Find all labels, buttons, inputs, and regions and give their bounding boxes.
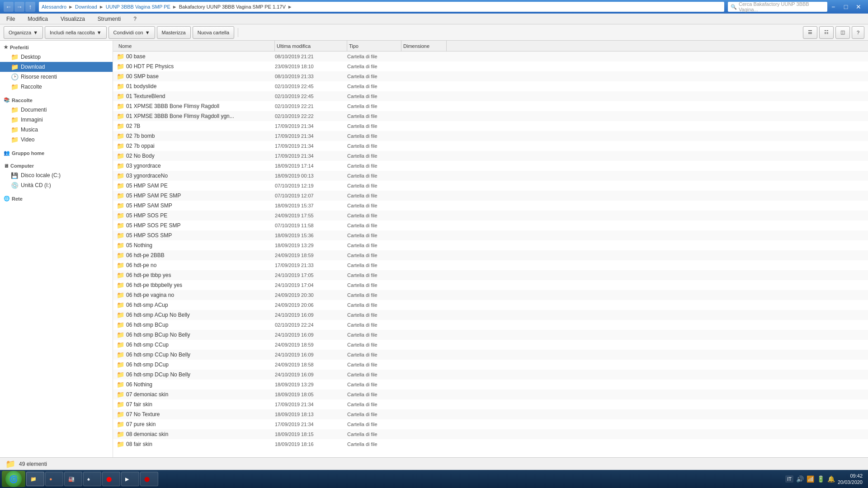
table-row[interactable]: 📁 06 hdt-smp ACup 24/09/2019 20:06 Carte… xyxy=(113,300,868,310)
path-segment-2[interactable]: Download xyxy=(75,4,97,9)
table-row[interactable]: 📁 06 hdt-pe no 17/09/2019 21:33 Cartella… xyxy=(113,260,868,270)
table-row[interactable]: 📁 03 ygnordrace 18/09/2019 17:14 Cartell… xyxy=(113,161,868,171)
sidebar-item-raccolte[interactable]: 📁 Raccolte xyxy=(0,82,113,92)
table-row[interactable]: 📁 06 Nothing 18/09/2019 13:29 Cartella d… xyxy=(113,380,868,389)
table-row[interactable]: 📁 05 HMP SOS PE 24/09/2019 17:55 Cartell… xyxy=(113,211,868,221)
address-bar[interactable]: Alessandro ► Download ► UUNP 3BBB Vagina… xyxy=(39,2,724,12)
table-row[interactable]: 📁 05 HMP SAM PE 07/10/2019 12:19 Cartell… xyxy=(113,181,868,191)
sidebar-item-musica[interactable]: 📁 Musica xyxy=(0,125,113,135)
sidebar-item-cd-i[interactable]: 💿 Unità CD (I:) xyxy=(0,180,113,190)
table-row[interactable]: 📁 07 No Texture 18/09/2019 18:13 Cartell… xyxy=(113,409,868,419)
path-segment-3[interactable]: UUNP 3BBB Vagina SMP PE xyxy=(106,4,170,9)
column-header-type[interactable]: Tipo xyxy=(347,41,401,51)
folder-icon: 📁 xyxy=(117,162,124,169)
path-segment-1[interactable]: Alessandro xyxy=(42,4,66,9)
table-row[interactable]: 📁 07 fair skin 17/09/2019 21:34 Cartella… xyxy=(113,399,868,409)
table-row[interactable]: 📁 06 hdt-smp DCup 24/09/2019 18:58 Carte… xyxy=(113,360,868,370)
close-button[interactable]: ✕ xyxy=(853,2,864,11)
table-row[interactable]: 📁 00 HDT PE Physics 23/09/2019 18:10 Car… xyxy=(113,61,868,71)
burn-button[interactable]: Masterizza xyxy=(157,26,191,39)
table-row[interactable]: 📁 05 HMP SOS SMP 18/09/2019 15:36 Cartel… xyxy=(113,230,868,240)
tray-notification-icon[interactable]: 🔔 xyxy=(827,475,835,483)
forward-button[interactable]: → xyxy=(14,2,24,12)
column-header-date[interactable]: Ultima modifica xyxy=(275,41,347,51)
start-button[interactable]: 🌀 xyxy=(2,471,25,487)
share-button[interactable]: Condividi con ▼ xyxy=(108,26,155,39)
sidebar-item-desktop[interactable]: 📁 Desktop xyxy=(0,52,113,62)
folder-icon: 📁 xyxy=(117,172,124,179)
table-row[interactable]: 📁 06 hdt-pe vagina no 24/09/2019 20:30 C… xyxy=(113,290,868,300)
table-row[interactable]: 📁 07 pure skin 17/09/2019 21:34 Cartella… xyxy=(113,419,868,429)
tray-network-icon[interactable]: 📶 xyxy=(807,475,814,483)
column-header-name[interactable]: Nome xyxy=(117,41,275,51)
taskbar-item-media[interactable]: 🏭 xyxy=(64,472,82,486)
file-date: 17/09/2019 21:33 xyxy=(275,263,347,268)
new-folder-button[interactable]: Nuova cartella xyxy=(193,26,234,39)
sidebar-item-label: Raccolte xyxy=(21,84,42,90)
table-row[interactable]: 📁 06 hdt-smp CCup No Belly 24/10/2019 16… xyxy=(113,350,868,360)
table-row[interactable]: 📁 06 hdt-smp BCup No Belly 24/10/2019 16… xyxy=(113,330,868,340)
taskbar-item-app1[interactable]: ♠ xyxy=(83,472,101,486)
table-row[interactable]: 📁 08 fair skin 18/09/2019 18:16 Cartella… xyxy=(113,439,868,449)
table-row[interactable]: 📁 05 Nothing 18/09/2019 13:29 Cartella d… xyxy=(113,240,868,250)
table-row[interactable]: 📁 07 demoniac skin 18/09/2019 18:05 Cart… xyxy=(113,389,868,399)
table-row[interactable]: 📁 01 TextureBlend 02/10/2019 22:45 Carte… xyxy=(113,91,868,101)
up-button[interactable]: ↑ xyxy=(25,2,35,12)
organize-button[interactable]: Organizza ▼ xyxy=(4,26,43,39)
table-row[interactable]: 📁 08 demoniac skin 18/09/2019 18:15 Cart… xyxy=(113,429,868,439)
menu-modifica[interactable]: Modifica xyxy=(25,15,51,23)
table-row[interactable]: 📁 01 bodyslide 02/10/2019 22:45 Cartella… xyxy=(113,81,868,91)
taskbar-item-browser[interactable]: ● xyxy=(45,472,63,486)
table-row[interactable]: 📁 02 7b oppai 17/09/2019 21:34 Cartella … xyxy=(113,141,868,151)
table-row[interactable]: 📁 06 hdt-pe 2BBB 24/09/2019 18:59 Cartel… xyxy=(113,250,868,260)
table-row[interactable]: 📁 05 HMP SOS PE SMP 07/10/2019 11:58 Car… xyxy=(113,221,868,230)
table-row[interactable]: 📁 02 7b bomb 17/09/2019 21:34 Cartella d… xyxy=(113,131,868,141)
sidebar-item-documenti[interactable]: 📁 Documenti xyxy=(0,105,113,115)
sidebar-item-video[interactable]: 📁 Video xyxy=(0,135,113,145)
tray-battery-icon[interactable]: 🔋 xyxy=(817,475,825,483)
tray-volume-icon[interactable]: 🔊 xyxy=(796,475,804,483)
table-row[interactable]: 📁 00 base 08/10/2019 21:21 Cartella di f… xyxy=(113,52,868,61)
column-header-size[interactable]: Dimensione xyxy=(401,41,447,51)
table-row[interactable]: 📁 06 hdt-pe tbbpbelly yes 24/10/2019 17:… xyxy=(113,280,868,290)
table-row[interactable]: 📁 00 SMP base 08/10/2019 21:33 Cartella … xyxy=(113,71,868,81)
path-segment-4[interactable]: Bakafactory UUNP 3BBB Vagina SMP PE 1.17… xyxy=(179,4,286,9)
table-row[interactable]: 📁 02 7B 17/09/2019 21:34 Cartella di fil… xyxy=(113,121,868,131)
back-button[interactable]: ← xyxy=(4,2,14,12)
sidebar-item-recent[interactable]: 🕑 Risorse recenti xyxy=(0,72,113,82)
include-button[interactable]: Includi nella raccolta ▼ xyxy=(45,26,107,39)
search-box[interactable]: 🔍 Cerca Bakafactory UUNP 3BBB Vagina... xyxy=(728,2,827,12)
taskbar-item-app3[interactable]: ▶ xyxy=(121,472,139,486)
view-details-button[interactable]: ☷ xyxy=(819,26,834,39)
minimize-button[interactable]: − xyxy=(827,2,839,11)
sidebar-item-immagini[interactable]: 📁 Immagini xyxy=(0,115,113,125)
maximize-button[interactable]: □ xyxy=(840,2,852,11)
menu-visualizza[interactable]: Visualizza xyxy=(58,15,88,23)
menu-help[interactable]: ? xyxy=(131,15,139,23)
table-row[interactable]: 📁 01 XPMSE 3BBB Bone Flimsy Ragdoll 02/1… xyxy=(113,101,868,111)
table-row[interactable]: 📁 06 hdt-pe tbbp yes 24/10/2019 17:05 Ca… xyxy=(113,270,868,280)
table-row[interactable]: 📁 03 ygnordraceNo 18/09/2019 00:13 Carte… xyxy=(113,171,868,181)
table-row[interactable]: 📁 02 No Body 17/09/2019 21:34 Cartella d… xyxy=(113,151,868,161)
view-list-button[interactable]: ☰ xyxy=(803,26,817,39)
file-type: Cartella di file xyxy=(347,84,401,89)
sidebar-item-download[interactable]: 📁 Download xyxy=(0,62,113,72)
view-tiles-button[interactable]: ◫ xyxy=(835,26,850,39)
table-row[interactable]: 📁 06 hdt-smp ACup No Belly 24/10/2019 16… xyxy=(113,310,868,320)
taskbar-item-app4[interactable]: ⬤ xyxy=(140,472,158,486)
taskbar-item-explorer[interactable]: 📁 xyxy=(26,472,44,486)
file-date: 02/10/2019 22:22 xyxy=(275,113,347,119)
table-row[interactable]: 📁 06 hdt-smp BCup 02/10/2019 22:24 Carte… xyxy=(113,320,868,330)
folder-icon: 📁 xyxy=(117,252,124,259)
table-row[interactable]: 📁 01 XPMSE 3BBB Bone Flimsy Ragdoll ygn.… xyxy=(113,111,868,121)
table-row[interactable]: 📁 06 hdt-smp DCup No Belly 24/10/2019 16… xyxy=(113,370,868,380)
sidebar-item-disk-c[interactable]: 💾 Disco locale (C:) xyxy=(0,170,113,180)
table-row[interactable]: 📁 06 hdt-smp CCup 24/09/2019 18:59 Carte… xyxy=(113,340,868,350)
menu-strumenti[interactable]: Strumenti xyxy=(95,15,123,23)
table-row[interactable]: 📁 05 HMP SAM PE SMP 07/10/2019 12:07 Car… xyxy=(113,191,868,201)
taskbar-browser-icon: ● xyxy=(49,476,52,482)
help-button[interactable]: ? xyxy=(852,26,864,39)
table-row[interactable]: 📁 05 HMP SAM SMP 18/09/2019 15:37 Cartel… xyxy=(113,201,868,211)
taskbar-item-app2[interactable]: ⬤ xyxy=(102,472,120,486)
menu-file[interactable]: File xyxy=(4,15,18,23)
